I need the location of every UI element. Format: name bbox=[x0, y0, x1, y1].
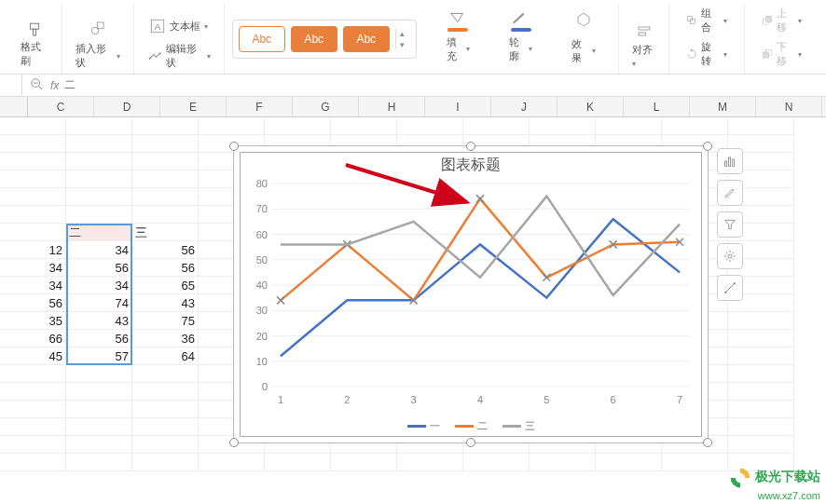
cell[interactable] bbox=[463, 454, 530, 471]
cell[interactable] bbox=[0, 418, 66, 436]
chart-filter-button[interactable] bbox=[717, 211, 743, 238]
legend-item[interactable]: 一 bbox=[407, 419, 440, 433]
legend-item[interactable]: 三 bbox=[502, 419, 535, 433]
cell[interactable]: 66 bbox=[0, 330, 66, 347]
cell[interactable] bbox=[0, 454, 66, 471]
resize-handle-top-left[interactable] bbox=[229, 142, 239, 151]
cell[interactable] bbox=[662, 117, 728, 135]
cell[interactable] bbox=[728, 401, 794, 418]
column-header[interactable]: C bbox=[28, 97, 94, 116]
cell[interactable] bbox=[0, 401, 66, 418]
shape-style-gallery[interactable]: Abc Abc Abc ▴ ▾ bbox=[232, 20, 417, 59]
cell[interactable] bbox=[0, 365, 66, 383]
cell[interactable] bbox=[0, 117, 66, 135]
column-header[interactable]: F bbox=[227, 97, 293, 116]
cell[interactable]: 34 bbox=[66, 277, 132, 294]
select-all-corner[interactable] bbox=[0, 97, 28, 116]
cell[interactable] bbox=[66, 436, 132, 454]
column-header[interactable]: D bbox=[94, 97, 160, 116]
cell[interactable] bbox=[199, 454, 265, 471]
data-point-marker[interactable] bbox=[277, 296, 284, 304]
cell[interactable] bbox=[132, 188, 199, 206]
formula-input[interactable]: 二 bbox=[64, 77, 822, 93]
bring-front-button[interactable]: 上移▾ bbox=[756, 5, 807, 36]
column-header[interactable]: E bbox=[160, 97, 227, 116]
cell[interactable] bbox=[728, 117, 794, 135]
cell[interactable] bbox=[530, 454, 596, 471]
cell[interactable] bbox=[728, 365, 794, 383]
cell[interactable] bbox=[265, 454, 331, 471]
cell[interactable] bbox=[132, 135, 199, 153]
column-header[interactable]: K bbox=[558, 97, 624, 116]
cell[interactable] bbox=[66, 454, 132, 471]
cell[interactable]: 57 bbox=[66, 347, 132, 365]
edit-shape-button[interactable]: 编辑形状 ▾ bbox=[142, 40, 216, 72]
cell[interactable]: 56 bbox=[132, 259, 199, 277]
cell[interactable] bbox=[66, 383, 132, 401]
gallery-more-button[interactable]: ▴ ▾ bbox=[395, 29, 410, 49]
legend-item[interactable]: 二 bbox=[455, 419, 488, 433]
cell[interactable] bbox=[463, 117, 530, 135]
cell[interactable] bbox=[132, 117, 199, 135]
cell[interactable] bbox=[596, 117, 662, 135]
cell[interactable]: 74 bbox=[66, 294, 132, 312]
style-chip-fill-2[interactable]: Abc bbox=[343, 26, 390, 52]
cell[interactable]: 43 bbox=[132, 294, 199, 312]
cell[interactable] bbox=[66, 188, 132, 206]
zoom-out-icon[interactable] bbox=[28, 77, 45, 93]
resize-handle-bottom-left[interactable] bbox=[229, 438, 239, 447]
cell[interactable] bbox=[397, 117, 463, 135]
cell[interactable] bbox=[132, 454, 199, 471]
column-header[interactable]: L bbox=[624, 97, 690, 116]
column-header[interactable]: H bbox=[359, 97, 425, 116]
chart-object[interactable]: 图表标题 010203040506070801234567 一二三 bbox=[233, 145, 709, 443]
cell[interactable]: 36 bbox=[132, 330, 199, 347]
cell[interactable] bbox=[331, 117, 397, 135]
send-back-button[interactable]: 下移▾ bbox=[756, 38, 807, 70]
effect-button[interactable]: 效果▾ bbox=[566, 35, 600, 67]
cell[interactable] bbox=[132, 418, 199, 436]
cell[interactable] bbox=[728, 436, 794, 454]
chart-elements-button[interactable] bbox=[717, 148, 743, 174]
chart-settings-button[interactable] bbox=[717, 243, 743, 269]
cell[interactable] bbox=[132, 436, 199, 454]
cell[interactable] bbox=[132, 365, 199, 383]
cell[interactable] bbox=[728, 312, 794, 330]
cell[interactable]: 65 bbox=[132, 277, 199, 294]
style-chip-outline[interactable]: Abc bbox=[239, 26, 285, 52]
resize-handle-top-right[interactable] bbox=[703, 142, 712, 151]
cell[interactable]: 56 bbox=[0, 294, 66, 312]
cell[interactable] bbox=[199, 117, 265, 135]
insert-shape-label-button[interactable]: 插入形状 ▾ bbox=[70, 40, 126, 72]
cell[interactable] bbox=[0, 224, 66, 241]
cell[interactable] bbox=[728, 383, 794, 401]
cell[interactable] bbox=[0, 206, 66, 224]
column-header[interactable]: N bbox=[756, 97, 822, 116]
column-header[interactable]: G bbox=[293, 97, 359, 116]
cell[interactable] bbox=[662, 454, 728, 471]
cell[interactable] bbox=[0, 153, 66, 170]
cell[interactable] bbox=[66, 401, 132, 418]
text-box-button[interactable]: A 文本框 ▾ bbox=[142, 16, 216, 36]
cell[interactable] bbox=[132, 153, 199, 170]
cell[interactable] bbox=[66, 206, 132, 224]
cell[interactable] bbox=[132, 401, 199, 418]
cell[interactable] bbox=[66, 365, 132, 383]
data-point-marker[interactable] bbox=[476, 195, 484, 202]
column-header[interactable]: J bbox=[491, 97, 558, 116]
chart-style-button[interactable] bbox=[717, 180, 743, 206]
cell[interactable] bbox=[0, 188, 66, 206]
rotate-button[interactable]: 旋转▾ bbox=[681, 38, 732, 70]
cell[interactable] bbox=[0, 135, 66, 153]
cell[interactable] bbox=[728, 330, 794, 347]
outline-button[interactable]: 轮廓▾ bbox=[503, 34, 538, 65]
style-chip-fill-1[interactable]: Abc bbox=[291, 26, 337, 52]
cell[interactable]: 45 bbox=[0, 347, 66, 365]
insert-shape-button[interactable] bbox=[70, 18, 126, 38]
group-button[interactable]: 组合▾ bbox=[681, 5, 732, 36]
cell[interactable]: 43 bbox=[66, 312, 132, 330]
cell[interactable] bbox=[66, 418, 132, 436]
cell[interactable] bbox=[0, 383, 66, 401]
cell[interactable] bbox=[0, 436, 66, 454]
cell[interactable]: 64 bbox=[132, 347, 199, 365]
